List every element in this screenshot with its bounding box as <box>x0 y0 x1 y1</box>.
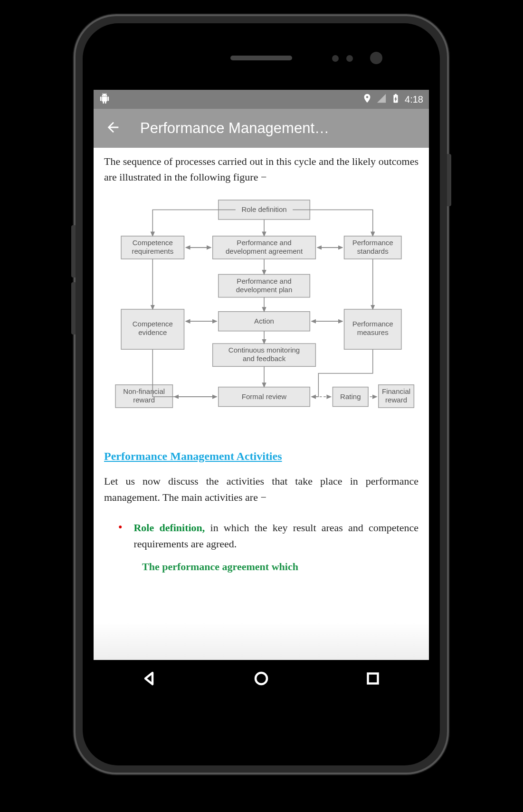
node-role-definition: Role definition <box>241 205 286 213</box>
partial-line: The performance agreement which <box>104 561 418 573</box>
svg-rect-33 <box>368 674 378 684</box>
power-button[interactable] <box>447 154 451 206</box>
volume-up-button[interactable] <box>71 225 76 277</box>
intro-paragraph: The sequence of processes carried out in… <box>104 153 418 185</box>
body-paragraph: Let us now discuss the activities that t… <box>104 473 418 506</box>
svg-point-32 <box>256 673 267 684</box>
svg-text:Competence: Competence <box>133 320 173 328</box>
bullet-icon: ● <box>118 520 122 552</box>
phone-frame: 4:18 Performance Management… The sequenc… <box>74 14 449 774</box>
node-comp-req-1: Competence <box>133 239 173 247</box>
svg-text:Performance and: Performance and <box>237 277 291 285</box>
svg-text:Performance: Performance <box>352 320 393 328</box>
front-camera <box>370 52 382 64</box>
screen: 4:18 Performance Management… The sequenc… <box>94 90 429 699</box>
svg-text:Rating: Rating <box>340 392 361 401</box>
volume-down-button[interactable] <box>71 282 76 334</box>
svg-text:Performance: Performance <box>352 239 393 247</box>
sensor-dot <box>346 55 353 62</box>
node-comp-req-2: requirements <box>132 247 173 255</box>
status-bar: 4:18 <box>94 90 429 109</box>
clock-text: 4:18 <box>405 94 423 105</box>
bullet-text: Role definition, in which the key result… <box>133 520 418 552</box>
signal-icon <box>376 93 387 106</box>
content-scroll[interactable]: The sequence of processes carried out in… <box>94 148 429 660</box>
battery-icon <box>390 93 401 106</box>
svg-text:Non-financial: Non-financial <box>123 387 165 395</box>
svg-text:measures: measures <box>357 328 389 336</box>
svg-text:development agreement: development agreement <box>226 247 303 255</box>
speaker-grille <box>230 56 292 60</box>
back-button[interactable] <box>105 119 121 137</box>
section-heading: Performance Management Activities <box>104 450 418 463</box>
nav-home-button[interactable] <box>253 670 270 689</box>
svg-text:reward: reward <box>133 396 155 404</box>
svg-text:Continuous monitoring: Continuous monitoring <box>228 346 300 354</box>
svg-text:development plan: development plan <box>236 286 293 294</box>
svg-text:reward: reward <box>385 396 407 404</box>
location-icon <box>362 93 372 106</box>
flowchart-diagram: Role definition Competence requirements … <box>104 194 418 440</box>
svg-text:evidence: evidence <box>138 328 167 336</box>
svg-text:Action: Action <box>254 317 274 325</box>
nav-back-button[interactable] <box>141 670 158 689</box>
svg-text:and feedback: and feedback <box>243 354 286 363</box>
svg-text:Formal review: Formal review <box>242 392 287 401</box>
svg-text:standards: standards <box>357 247 389 255</box>
sensor-dot <box>332 55 339 62</box>
page-title: Performance Management… <box>140 120 418 137</box>
nav-bar <box>94 660 429 699</box>
nav-recents-button[interactable] <box>364 670 381 689</box>
svg-text:Performance and: Performance and <box>237 239 291 247</box>
list-item: ● Role definition, in which the key resu… <box>104 520 418 552</box>
android-icon <box>99 96 110 105</box>
svg-text:Financial: Financial <box>382 387 410 395</box>
app-bar: Performance Management… <box>94 109 429 148</box>
